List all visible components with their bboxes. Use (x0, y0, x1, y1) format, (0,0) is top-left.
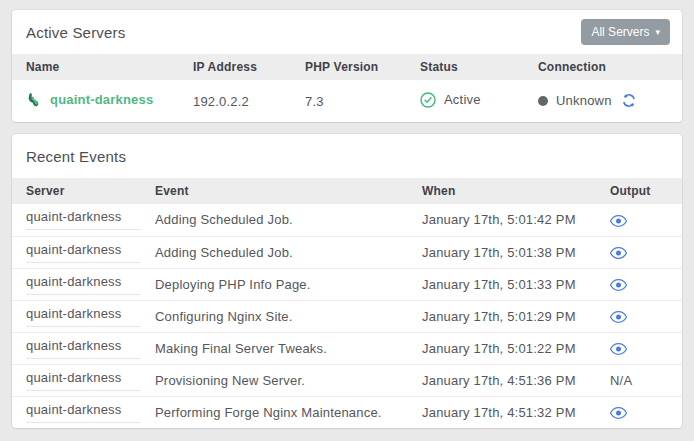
event-server-cell: quaint-darkness (12, 396, 141, 428)
event-when: January 17th, 4:51:32 PM (408, 396, 596, 428)
server-connection-label: Unknown (556, 93, 612, 108)
event-output-cell (596, 268, 682, 300)
event-when: January 17th, 5:01:22 PM (408, 332, 596, 364)
event-server: quaint-darkness (26, 338, 141, 359)
servers-header-row: Name IP Address PHP Version Status Conne… (12, 54, 682, 80)
event-server: quaint-darkness (26, 370, 141, 391)
event-when: January 17th, 4:51:36 PM (408, 364, 596, 396)
event-server-cell: quaint-darkness (12, 364, 141, 396)
event-server-cell: quaint-darkness (12, 268, 141, 300)
column-header-ip: IP Address (179, 54, 291, 80)
eye-icon[interactable] (610, 279, 627, 291)
server-php-cell: 7.3 (291, 80, 406, 122)
active-servers-panel: Active Servers All Servers ▾ Name IP Add… (12, 10, 682, 122)
event-row: quaint-darkness Making Final Server Twea… (12, 332, 682, 364)
recent-events-header: Recent Events (12, 134, 682, 178)
column-header-server: Server (12, 178, 141, 204)
event-output-cell (596, 332, 682, 364)
event-output-cell: N/A (596, 364, 682, 396)
event-description: Making Final Server Tweaks. (141, 332, 408, 364)
column-header-event: Event (141, 178, 408, 204)
event-row: quaint-darkness Adding Scheduled Job. Ja… (12, 236, 682, 268)
event-output-cell (596, 204, 682, 236)
dot-icon (538, 96, 548, 106)
eye-icon[interactable] (610, 215, 627, 227)
event-server: quaint-darkness (26, 306, 141, 327)
event-row: quaint-darkness Performing Forge Nginx M… (12, 396, 682, 428)
chevron-down-icon: ▾ (655, 28, 660, 37)
server-name-link[interactable]: quaint-darkness (50, 92, 153, 107)
event-description: Deploying PHP Info Page. (141, 268, 408, 300)
event-when: January 17th, 5:01:42 PM (408, 204, 596, 236)
event-server: quaint-darkness (26, 402, 141, 423)
event-server-cell: quaint-darkness (12, 204, 141, 236)
panel-title-recent-events: Recent Events (26, 148, 126, 165)
server-ip-cell: 192.0.2.2 (179, 80, 291, 122)
active-servers-header: Active Servers All Servers ▾ (12, 10, 682, 54)
server-status-label: Active (444, 92, 481, 107)
event-row: quaint-darkness Configuring Nginx Site. … (12, 300, 682, 332)
event-row: quaint-darkness Deploying PHP Info Page.… (12, 268, 682, 300)
column-header-connection: Connection (524, 54, 682, 80)
eye-icon[interactable] (610, 343, 627, 355)
events-header-row: Server Event When Output (12, 178, 682, 204)
event-when: January 17th, 5:01:29 PM (408, 300, 596, 332)
eye-icon[interactable] (610, 311, 627, 323)
event-row: quaint-darkness Adding Scheduled Job. Ja… (12, 204, 682, 236)
event-server: quaint-darkness (26, 274, 141, 295)
event-output-cell (596, 300, 682, 332)
panel-title-active-servers: Active Servers (26, 24, 126, 41)
event-row: quaint-darkness Provisioning New Server.… (12, 364, 682, 396)
refresh-icon[interactable] (622, 93, 636, 108)
event-server-cell: quaint-darkness (12, 236, 141, 268)
event-description: Adding Scheduled Job. (141, 204, 408, 236)
event-description: Configuring Nginx Site. (141, 300, 408, 332)
server-connection-cell: Unknown (524, 80, 682, 122)
server-status-cell: Active (406, 80, 524, 122)
column-header-output: Output (596, 178, 682, 204)
all-servers-filter-button[interactable]: All Servers ▾ (581, 19, 670, 45)
event-description: Provisioning New Server. (141, 364, 408, 396)
event-output-cell (596, 396, 682, 428)
event-server: quaint-darkness (26, 242, 141, 263)
event-when: January 17th, 5:01:38 PM (408, 236, 596, 268)
event-server-cell: quaint-darkness (12, 300, 141, 332)
gecko-icon (26, 92, 41, 108)
check-circle-icon (420, 92, 436, 108)
eye-icon[interactable] (610, 407, 627, 419)
event-output-cell (596, 236, 682, 268)
column-header-when: When (408, 178, 596, 204)
active-servers-table: Name IP Address PHP Version Status Conne… (12, 54, 682, 122)
column-header-status: Status (406, 54, 524, 80)
event-description: Performing Forge Nginx Maintenance. (141, 396, 408, 428)
recent-events-panel: Recent Events Server Event When Output q… (12, 134, 682, 428)
events-table-body: quaint-darkness Adding Scheduled Job. Ja… (12, 204, 682, 428)
column-header-name: Name (12, 54, 179, 80)
server-row: quaint-darkness 192.0.2.2 7.3 Active (12, 80, 682, 122)
event-when: January 17th, 5:01:33 PM (408, 268, 596, 300)
column-header-php: PHP Version (291, 54, 406, 80)
filter-button-label: All Servers (591, 25, 649, 39)
server-name-cell: quaint-darkness (12, 80, 179, 122)
eye-icon[interactable] (610, 247, 627, 259)
recent-events-table: Server Event When Output quaint-darkness… (12, 178, 682, 428)
event-description: Adding Scheduled Job. (141, 236, 408, 268)
event-server: quaint-darkness (26, 209, 141, 230)
event-server-cell: quaint-darkness (12, 332, 141, 364)
